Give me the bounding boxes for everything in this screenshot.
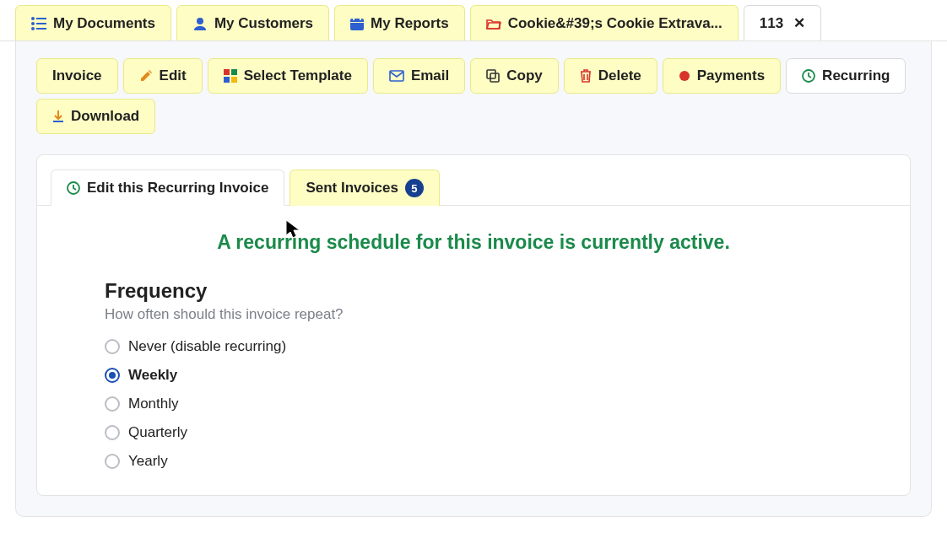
tab-my-customers[interactable]: My Customers: [176, 5, 329, 40]
svg-point-2: [31, 27, 35, 30]
frequency-section: Frequency How often should this invoice …: [37, 271, 910, 495]
option-label: Never (disable recurring): [128, 338, 286, 355]
list-icon: [31, 17, 46, 30]
record-icon: [679, 70, 690, 82]
frequency-option-quarterly[interactable]: Quarterly: [105, 424, 842, 441]
button-label: Download: [71, 108, 139, 125]
sent-count-badge: 5: [405, 179, 424, 197]
svg-point-1: [31, 22, 35, 25]
download-button[interactable]: Download: [36, 99, 155, 134]
radio-icon: [105, 396, 120, 412]
recurring-status-message: A recurring schedule for this invoice is…: [37, 206, 910, 271]
radio-icon: [105, 339, 120, 354]
invoice-button[interactable]: Invoice: [36, 58, 118, 94]
radio-icon: [105, 454, 120, 469]
tab-sent-invoices[interactable]: Sent Invoices 5: [290, 170, 440, 206]
tab-label: My Reports: [371, 15, 449, 32]
tab-my-documents[interactable]: My Documents: [15, 5, 171, 40]
svg-rect-7: [350, 19, 364, 30]
edit-button[interactable]: Edit: [123, 58, 203, 94]
tab-active-document[interactable]: 113 ✕: [744, 5, 821, 40]
frequency-option-monthly[interactable]: Monthly: [105, 396, 842, 412]
option-label: Monthly: [128, 396, 179, 412]
button-label: Copy: [506, 67, 543, 84]
radio-icon: [105, 425, 120, 440]
inner-tab-label: Edit this Recurring Invoice: [87, 180, 268, 197]
pencil-icon: [139, 69, 153, 83]
clock-icon: [802, 69, 815, 83]
grid-icon: [224, 69, 237, 83]
svg-rect-9: [360, 17, 361, 20]
inner-tab-strip: Edit this Recurring Invoice Sent Invoice…: [37, 155, 910, 206]
toolbar: Invoice Edit Select Template Email: [36, 58, 911, 134]
button-label: Email: [411, 67, 449, 84]
delete-button[interactable]: Delete: [564, 58, 657, 94]
clock-icon: [67, 181, 80, 195]
calendar-icon: [350, 17, 364, 30]
frequency-option-weekly[interactable]: Weekly: [105, 367, 842, 384]
tab-label: 113: [760, 15, 783, 32]
svg-rect-11: [224, 69, 230, 75]
inner-tab-label: Sent Invoices: [306, 180, 398, 197]
frequency-subtitle: How often should this invoice repeat?: [105, 306, 842, 323]
button-label: Invoice: [52, 67, 102, 84]
tab-label: Cookie&#39;s Cookie Extrava...: [508, 15, 722, 32]
svg-rect-8: [353, 17, 354, 20]
tab-edit-recurring[interactable]: Edit this Recurring Invoice: [51, 170, 284, 206]
svg-rect-4: [36, 23, 46, 24]
payments-button[interactable]: Payments: [663, 58, 781, 94]
button-label: Delete: [598, 67, 641, 84]
envelope-icon: [389, 70, 404, 82]
svg-rect-14: [231, 77, 237, 83]
recurring-panel: Edit this Recurring Invoice Sent Invoice…: [36, 154, 911, 496]
top-tab-strip: My Documents My Customers My Reports Coo…: [0, 0, 947, 41]
frequency-title: Frequency: [105, 279, 842, 303]
option-label: Quarterly: [128, 424, 187, 441]
svg-point-0: [31, 17, 35, 20]
frequency-option-yearly[interactable]: Yearly: [105, 453, 842, 470]
close-icon[interactable]: ✕: [793, 14, 805, 32]
svg-rect-17: [490, 73, 499, 82]
select-template-button[interactable]: Select Template: [208, 58, 368, 94]
svg-rect-13: [224, 77, 230, 83]
option-label: Weekly: [128, 367, 177, 384]
folder-open-icon: [486, 18, 501, 30]
tab-open-document[interactable]: Cookie&#39;s Cookie Extrava...: [470, 5, 739, 40]
svg-rect-5: [36, 28, 46, 30]
download-icon: [52, 110, 64, 123]
button-label: Select Template: [244, 67, 352, 84]
svg-rect-3: [36, 18, 46, 19]
tab-label: My Customers: [214, 15, 313, 32]
svg-rect-12: [231, 69, 237, 75]
users-icon: [192, 17, 208, 30]
svg-rect-16: [487, 70, 495, 78]
svg-rect-20: [53, 121, 63, 122]
radio-icon: [105, 368, 120, 383]
button-label: Recurring: [822, 67, 890, 84]
button-label: Payments: [697, 67, 765, 84]
frequency-options: Never (disable recurring) Weekly Monthly…: [105, 338, 842, 470]
svg-rect-10: [350, 22, 364, 23]
svg-point-18: [679, 71, 690, 81]
trash-icon: [580, 69, 592, 83]
copy-icon: [486, 69, 500, 83]
svg-point-6: [197, 18, 203, 24]
option-label: Yearly: [128, 453, 168, 470]
copy-button[interactable]: Copy: [470, 58, 559, 94]
tab-label: My Documents: [53, 15, 155, 32]
recurring-button[interactable]: Recurring: [786, 58, 906, 94]
frequency-option-never[interactable]: Never (disable recurring): [105, 338, 842, 355]
email-button[interactable]: Email: [373, 58, 465, 94]
tab-my-reports[interactable]: My Reports: [334, 5, 465, 40]
button-label: Edit: [160, 67, 187, 84]
